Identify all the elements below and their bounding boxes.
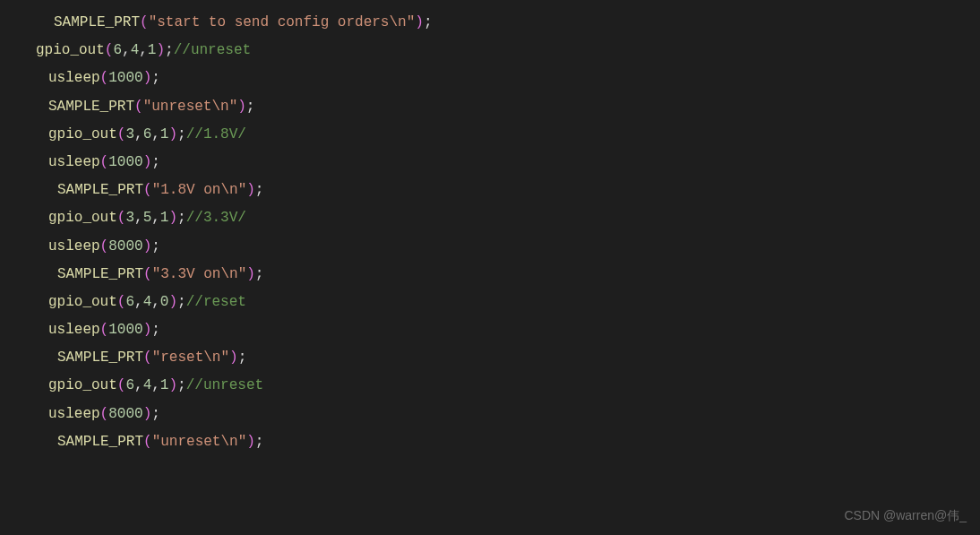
- paren-open: (: [143, 434, 152, 450]
- code-line: usleep(1000);: [0, 149, 980, 177]
- semicolon: ;: [424, 14, 433, 30]
- comma: ,: [134, 210, 143, 226]
- semicolon: ;: [177, 377, 186, 393]
- comment: //reset: [186, 294, 246, 310]
- string-literal: "1.8V on\n": [152, 182, 247, 198]
- string-literal: "unreset\n": [152, 434, 247, 450]
- function-name: usleep: [48, 70, 100, 86]
- code-line: SAMPLE_PRT("1.8V on\n");: [0, 177, 980, 204]
- code-line: SAMPLE_PRT("3.3V on\n");: [0, 261, 980, 289]
- function-name: usleep: [48, 154, 100, 170]
- code-line: SAMPLE_PRT("reset\n");: [0, 344, 980, 372]
- semicolon: ;: [151, 238, 160, 255]
- paren-open: (: [143, 266, 152, 282]
- number-literal: 3: [125, 126, 134, 142]
- semicolon: ;: [246, 99, 255, 115]
- paren-close: ): [229, 349, 238, 366]
- number-literal: 4: [131, 42, 140, 58]
- code-line: gpio_out(3,5,1);//3.3V/: [0, 204, 980, 232]
- comma: ,: [139, 42, 148, 58]
- function-name: SAMPLE_PRT: [57, 266, 143, 282]
- code-editor[interactable]: SAMPLE_PRT("start to send config orders\…: [0, 9, 980, 456]
- number-literal: 4: [143, 294, 152, 310]
- semicolon: ;: [177, 210, 186, 226]
- number-literal: 3: [125, 210, 134, 226]
- number-literal: 1000: [108, 154, 142, 170]
- semicolon: ;: [151, 154, 160, 170]
- paren-open: (: [100, 322, 109, 338]
- comment: //unreset: [186, 377, 263, 393]
- function-name: SAMPLE_PRT: [57, 349, 143, 366]
- string-literal: "3.3V on\n": [152, 266, 247, 282]
- paren-open: (: [100, 238, 109, 255]
- paren-close: ): [246, 182, 255, 198]
- paren-open: (: [105, 42, 114, 58]
- code-line: gpio_out(6,4,1);//unreset: [0, 372, 980, 400]
- paren-open: (: [100, 154, 109, 170]
- paren-open: (: [143, 182, 152, 198]
- paren-close: ): [143, 238, 152, 255]
- function-name: SAMPLE_PRT: [57, 182, 143, 198]
- code-line: SAMPLE_PRT("start to send config orders\…: [0, 9, 980, 37]
- string-literal: "unreset\n": [143, 99, 238, 115]
- comment: //unreset: [174, 42, 251, 58]
- function-name: SAMPLE_PRT: [57, 434, 143, 450]
- number-literal: 6: [143, 126, 152, 142]
- function-name: usleep: [48, 238, 100, 255]
- function-name: SAMPLE_PRT: [48, 99, 134, 115]
- semicolon: ;: [255, 266, 264, 282]
- semicolon: ;: [238, 349, 247, 366]
- function-name: SAMPLE_PRT: [54, 14, 140, 30]
- comma: ,: [134, 126, 143, 142]
- paren-open: (: [117, 294, 126, 310]
- paren-open: (: [100, 70, 109, 86]
- paren-open: (: [117, 126, 126, 142]
- string-literal: "reset\n": [152, 349, 229, 366]
- paren-close: ): [168, 210, 177, 226]
- number-literal: 6: [125, 377, 134, 393]
- function-name: gpio_out: [48, 294, 117, 310]
- comma: ,: [134, 294, 143, 310]
- paren-close: ): [143, 154, 152, 170]
- semicolon: ;: [165, 42, 174, 58]
- watermark: CSDN @warren@伟_: [844, 504, 967, 528]
- paren-close: ): [143, 406, 152, 422]
- number-literal: 8000: [108, 238, 142, 255]
- paren-open: (: [100, 406, 109, 422]
- semicolon: ;: [177, 126, 186, 142]
- paren-open: (: [117, 377, 126, 393]
- semicolon: ;: [151, 322, 160, 338]
- paren-open: (: [134, 99, 143, 115]
- paren-close: ): [156, 42, 165, 58]
- paren-close: ): [246, 266, 255, 282]
- code-line: gpio_out(6,4,0);//reset: [0, 289, 980, 316]
- paren-close: ): [246, 434, 255, 450]
- function-name: gpio_out: [48, 377, 117, 393]
- paren-open: (: [143, 349, 152, 366]
- function-name: gpio_out: [48, 126, 117, 142]
- semicolon: ;: [151, 70, 160, 86]
- semicolon: ;: [255, 182, 264, 198]
- paren-open: (: [140, 14, 149, 30]
- comma: ,: [122, 42, 131, 58]
- code-line: usleep(8000);: [0, 401, 980, 428]
- comma: ,: [151, 377, 160, 393]
- comma: ,: [134, 377, 143, 393]
- paren-open: (: [117, 210, 126, 226]
- code-line: SAMPLE_PRT("unreset\n");: [0, 93, 980, 121]
- number-literal: 5: [143, 210, 152, 226]
- function-name: usleep: [48, 322, 100, 338]
- paren-close: ): [168, 126, 177, 142]
- code-line: SAMPLE_PRT("unreset\n");: [0, 428, 980, 456]
- number-literal: 8000: [108, 406, 142, 422]
- code-line: usleep(8000);: [0, 233, 980, 261]
- semicolon: ;: [177, 294, 186, 310]
- function-name: gpio_out: [48, 210, 117, 226]
- code-line: usleep(1000);: [0, 65, 980, 92]
- number-literal: 6: [113, 42, 122, 58]
- comment: //1.8V/: [186, 126, 246, 142]
- number-literal: 6: [125, 294, 134, 310]
- code-line: usleep(1000);: [0, 316, 980, 344]
- paren-close: ): [415, 14, 424, 30]
- paren-close: ): [143, 322, 152, 338]
